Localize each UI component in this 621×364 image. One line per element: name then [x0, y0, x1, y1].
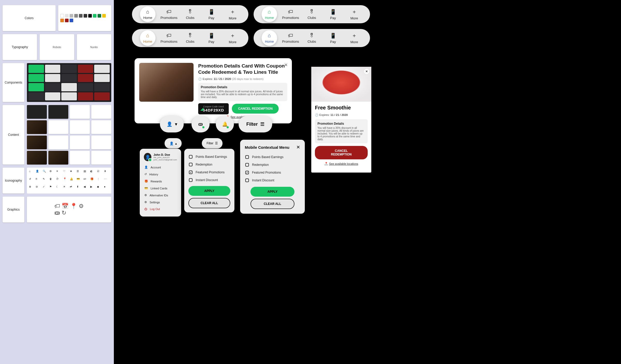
promo-side-panel: ✕ Free Smoothie 🕑 Expires: 11 / 21 / 202…	[311, 67, 371, 173]
gift-icon: 🎁	[144, 180, 148, 183]
bell-icon: 🔔	[222, 121, 228, 127]
section-card-colors[interactable]: Colors	[3, 5, 56, 31]
nav-promotions[interactable]: 🏷Promotions	[158, 9, 180, 20]
promo-title: Promotion Details Card With Coupon Code …	[198, 63, 287, 75]
nav-home[interactable]: ⌂Home	[259, 33, 280, 43]
nav-promotions[interactable]: 🏷Promotions	[158, 33, 180, 43]
filter-mini-chip[interactable]: Filter☰	[202, 138, 223, 148]
filter-opt-featured[interactable]: Featured Promotions	[188, 168, 230, 176]
nav-clubs[interactable]: 🎖Clubs	[301, 9, 322, 20]
nav-promotions[interactable]: 🏷Promotions	[280, 33, 301, 43]
chevron-down-icon: ▾	[175, 121, 177, 127]
mobile-contextual-menu: Mobile Contextual Menu ✕ Points Based Ea…	[240, 140, 305, 214]
nav-home[interactable]: ⌂Home	[137, 33, 158, 43]
coupon-code-chip: Coupon Code Used 54DF29XD	[198, 103, 229, 114]
badge-icon: 🎖	[309, 9, 314, 15]
menu-account[interactable]: 👤Account	[144, 164, 177, 171]
menu-settings[interactable]: ⚙Settings	[144, 199, 177, 206]
menu-alt-ids[interactable]: ⚙Alternative IDs	[144, 192, 177, 199]
card-icon: 💳	[144, 187, 148, 190]
nav-clubs[interactable]: 🎖Clubs	[180, 33, 201, 43]
badge-icon: 🎖	[188, 9, 193, 15]
home-icon: ⌂	[268, 33, 271, 39]
phone-icon: 📱	[208, 33, 215, 39]
side-promo-details: Promotion Details You will have a 35% di…	[315, 119, 368, 143]
ctx-opt-points[interactable]: Points Based Earnings	[245, 153, 300, 161]
side-promo-expiry: 🕑 Expires: 11 / 21 / 2020	[315, 113, 368, 117]
nav-pay[interactable]: 📱Pay	[322, 9, 344, 20]
nav-pay[interactable]: 📱Pay	[322, 33, 344, 44]
menu-logout[interactable]: ⏻Log Out	[144, 206, 177, 212]
history-icon: ↺	[144, 173, 147, 176]
navbar-variant-default: ⌂Home 🏷Promotions 🎖Clubs 📱Pay ＋More	[132, 5, 248, 23]
filter-icon: ☰	[215, 142, 218, 145]
tag-icon: 🏷	[166, 33, 172, 39]
promo-image	[139, 63, 194, 102]
home-icon: ⌂	[146, 9, 149, 15]
menu-linked-cards[interactable]: 💳Linked Cards	[144, 185, 177, 192]
badge-icon: 🎖	[188, 33, 193, 39]
filter-opt-points[interactable]: Points Based Earnings	[188, 153, 230, 161]
cancel-redemption-button[interactable]: CANCEL REDEMPTION	[315, 146, 368, 159]
nav-clubs[interactable]: 🎖Clubs	[301, 33, 322, 43]
filter-chip[interactable]: Filter☰	[239, 116, 272, 132]
menu-rewards[interactable]: 🎁Rewards	[144, 178, 177, 185]
design-system-sidebar: Colors Typography Roboto Nunito Componen…	[0, 0, 114, 364]
badge-icon: 🎖	[309, 33, 314, 39]
nav-home[interactable]: ⌂Home	[259, 9, 280, 20]
filter-opt-instant[interactable]: Instant Discount	[188, 176, 230, 184]
promo-expiry: 🕑 Expires: 11 / 21 / 2020 (20 days max t…	[198, 77, 287, 81]
avatar-chip[interactable]: 👤▾	[160, 116, 184, 132]
user-handle: the_john_doe123	[153, 156, 177, 159]
cancel-redemption-button[interactable]: CANCEL REDEMPTION	[232, 104, 279, 114]
filter-opt-redemption[interactable]: Redemption	[188, 161, 230, 168]
plus-icon: ＋	[230, 32, 235, 39]
nav-pay[interactable]: 📱Pay	[201, 33, 222, 44]
close-icon[interactable]: ✕	[284, 62, 288, 68]
nav-more[interactable]: ＋More	[222, 8, 243, 20]
ticket-chip[interactable]: 🎟	[191, 116, 210, 132]
ctx-opt-featured[interactable]: Featured Promotions	[245, 169, 300, 176]
user-header: 👤 John D. Doe the_john_doe123 john_doe12…	[144, 153, 177, 161]
nav-clubs[interactable]: 🎖Clubs	[180, 9, 201, 20]
filter-dropdown: Points Based Earnings Redemption Feature…	[184, 149, 234, 212]
content-board	[27, 105, 111, 165]
section-card-typography[interactable]: Typography	[3, 34, 37, 60]
nav-home[interactable]: ⌂Home	[137, 9, 158, 20]
section-card-iconography[interactable]: Iconography	[3, 168, 24, 194]
home-icon: ⌂	[268, 9, 271, 15]
plus-icon: ＋	[352, 8, 357, 15]
user-icon: 👤	[169, 142, 174, 145]
avatar-mini-chip[interactable]: 👤▴	[165, 138, 182, 148]
section-card-graphics[interactable]: Graphics	[3, 197, 24, 222]
ctx-opt-instant[interactable]: Instant Discount	[245, 176, 300, 184]
nav-more[interactable]: ＋More	[222, 32, 243, 44]
clear-all-button[interactable]: CLEAR ALL	[250, 199, 294, 209]
pin-icon: 📍	[324, 162, 328, 165]
apply-button[interactable]: APPLY	[250, 187, 294, 197]
tag-icon: 🏷	[288, 33, 293, 39]
section-card-content[interactable]: Content	[3, 105, 24, 165]
filter-icon: ☰	[260, 121, 264, 127]
nav-pay[interactable]: 📱Pay	[201, 9, 222, 20]
ctx-opt-redemption[interactable]: Redemption	[245, 161, 300, 169]
smoothie-image: ✕	[311, 67, 371, 102]
close-icon[interactable]: ✕	[364, 69, 369, 74]
nav-promotions[interactable]: 🏷Promotions	[280, 9, 301, 20]
nav-more[interactable]: ＋More	[344, 32, 365, 44]
close-icon[interactable]: ✕	[296, 144, 300, 150]
nav-more[interactable]: ＋More	[344, 8, 365, 20]
clear-all-button[interactable]: CLEAR ALL	[188, 198, 230, 208]
navbar-variant-green: ⌂Home 🏷Promotions 🎖Clubs 📱Pay ＋More	[254, 5, 370, 23]
avatar: 👤	[144, 153, 151, 161]
plus-icon: ＋	[352, 32, 357, 39]
menu-history[interactable]: ↺History	[144, 171, 177, 178]
promo-details-box: Promotion Details You will have a 35% di…	[198, 83, 287, 101]
tag-icon: 🏷	[288, 9, 293, 15]
font-card-roboto: Roboto	[40, 34, 74, 60]
phone-icon: 📱	[330, 9, 336, 15]
section-card-components[interactable]: Components	[3, 63, 24, 102]
bell-chip[interactable]: 🔔	[216, 116, 234, 132]
apply-button[interactable]: APPLY	[188, 186, 230, 196]
see-locations-link[interactable]: 📍 See available locations	[315, 162, 368, 165]
